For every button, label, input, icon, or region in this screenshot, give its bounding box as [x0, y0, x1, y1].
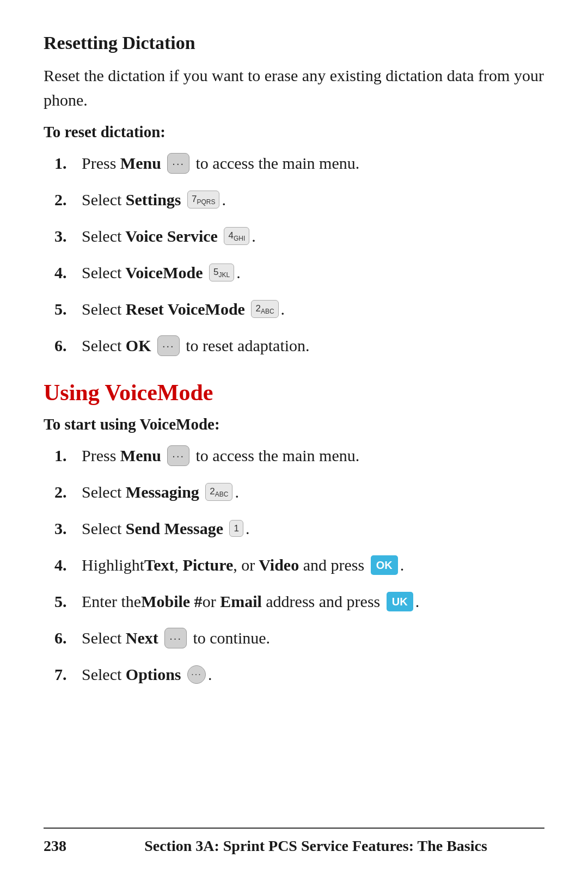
- reset-step-4-num: 4.: [54, 260, 82, 285]
- vm-step-5-bold2: Email: [216, 589, 262, 614]
- reset-step-6-num: 6.: [54, 333, 82, 358]
- resetting-dictation-subheading: To reset dictation:: [44, 123, 544, 141]
- reset-step-1: 1. Press Menu ··· to access the main men…: [54, 151, 544, 175]
- vm-step-5-bold1: Mobile #: [141, 589, 203, 614]
- vm-step-2-num: 2.: [54, 480, 82, 504]
- settings-icon: 7PQRS: [187, 191, 219, 209]
- reset-step-3: 3. Select Voice Service 4GHI.: [54, 224, 544, 248]
- resetting-steps-list: 1. Press Menu ··· to access the main men…: [54, 151, 544, 358]
- vm-step-7-content: Select Options ···.: [82, 662, 544, 687]
- vm-step-4-num: 4.: [54, 553, 82, 577]
- voicemode-steps-list: 1. Press Menu ··· to access the main men…: [54, 443, 544, 687]
- using-voicemode-subheading: To start using VoiceMode:: [44, 415, 544, 433]
- reset-step-2-content: Select Settings 7PQRS.: [82, 187, 544, 212]
- vm-step-1-num: 1.: [54, 443, 82, 468]
- uk-button-icon: UK: [387, 592, 413, 611]
- reset-step-1-content: Press Menu ··· to access the main menu.: [82, 151, 544, 175]
- reset-step-2: 2. Select Settings 7PQRS.: [54, 187, 544, 212]
- reset-step-6: 6. Select OK ··· to reset adaptation.: [54, 333, 544, 358]
- vm-step-3-content: Select Send Message 1.: [82, 516, 544, 541]
- vm-step-6-num: 6.: [54, 626, 82, 650]
- vm-step-1-bold: Menu: [116, 443, 165, 468]
- resetting-dictation-body: Reset the dictation if you want to erase…: [44, 63, 544, 112]
- vm-step-6-content: Select Next ··· to continue.: [82, 626, 544, 650]
- reset-step-6-content: Select OK ··· to reset adaptation.: [82, 333, 544, 358]
- footer: 238 Section 3A: Sprint PCS Service Featu…: [44, 828, 544, 855]
- vm-step-3: 3. Select Send Message 1.: [54, 516, 544, 541]
- reset-step-3-bold: Voice Service: [121, 224, 222, 248]
- vm-step-6-bold: Next: [121, 626, 162, 650]
- reset-step-3-content: Select Voice Service 4GHI.: [82, 224, 544, 248]
- reset-step-4-bold: VoiceMode: [121, 260, 207, 285]
- next-icon: ···: [164, 628, 187, 648]
- using-voicemode-section: Using VoiceMode To start using VoiceMode…: [44, 379, 544, 687]
- vm-step-7: 7. Select Options ···.: [54, 662, 544, 687]
- vm-step-5-content: Enter the Mobile # or Email address and …: [82, 589, 544, 614]
- voicemode-icon: 5JKL: [209, 264, 234, 281]
- vm-menu-icon-1: ···: [167, 445, 189, 466]
- ok-menu-icon: ···: [157, 335, 180, 356]
- reset-step-5-bold: Reset VoiceMode: [121, 297, 249, 321]
- reset-step-2-num: 2.: [54, 187, 82, 212]
- reset-step-4-content: Select VoiceMode 5JKL.: [82, 260, 544, 285]
- menu-icon-1: ···: [167, 153, 189, 174]
- reset-step-4: 4. Select VoiceMode 5JKL.: [54, 260, 544, 285]
- vm-step-5: 5. Enter the Mobile # or Email address a…: [54, 589, 544, 614]
- vm-step-7-bold: Options: [121, 662, 185, 687]
- vm-step-4-bold1: Text: [144, 553, 175, 577]
- vm-step-2: 2. Select Messaging 2ABC.: [54, 480, 544, 504]
- vm-step-2-bold: Messaging: [121, 480, 203, 504]
- options-icon: ···: [187, 665, 206, 684]
- vm-step-3-bold: Send Message: [121, 516, 227, 541]
- vm-step-2-content: Select Messaging 2ABC.: [82, 480, 544, 504]
- ok-button-icon: OK: [371, 555, 398, 575]
- vm-step-6: 6. Select Next ··· to continue.: [54, 626, 544, 650]
- reset-step-6-bold: OK: [121, 333, 155, 358]
- vm-step-4: 4. Highlight Text, Picture, or Video and…: [54, 553, 544, 577]
- reset-step-5-num: 5.: [54, 297, 82, 321]
- voice-service-icon: 4GHI: [224, 227, 249, 245]
- reset-voicemode-icon: 2ABC: [251, 300, 278, 318]
- send-message-icon: 1: [229, 520, 243, 537]
- vm-step-4-bold3: Video: [255, 553, 299, 577]
- vm-step-4-bold2: Picture: [179, 553, 233, 577]
- footer-text: Section 3A: Sprint PCS Service Features:…: [87, 837, 544, 855]
- reset-step-5-content: Select Reset VoiceMode 2ABC.: [82, 297, 544, 321]
- using-voicemode-title: Using VoiceMode: [44, 379, 544, 406]
- messaging-icon: 2ABC: [205, 483, 232, 501]
- footer-page: 238: [44, 837, 87, 855]
- reset-step-1-num: 1.: [54, 151, 82, 175]
- vm-step-5-num: 5.: [54, 589, 82, 614]
- vm-step-7-num: 7.: [54, 662, 82, 687]
- resetting-dictation-title: Resetting Dictation: [44, 33, 544, 53]
- reset-step-3-num: 3.: [54, 224, 82, 248]
- reset-step-5: 5. Select Reset VoiceMode 2ABC.: [54, 297, 544, 321]
- resetting-dictation-section: Resetting Dictation Reset the dictation …: [44, 33, 544, 358]
- vm-step-4-content: Highlight Text, Picture, or Video and pr…: [82, 553, 544, 577]
- reset-step-2-bold: Settings: [121, 187, 185, 212]
- vm-step-1: 1. Press Menu ··· to access the main men…: [54, 443, 544, 468]
- vm-step-1-content: Press Menu ··· to access the main menu.: [82, 443, 544, 468]
- vm-step-3-num: 3.: [54, 516, 82, 541]
- reset-step-1-bold: Menu: [116, 151, 165, 175]
